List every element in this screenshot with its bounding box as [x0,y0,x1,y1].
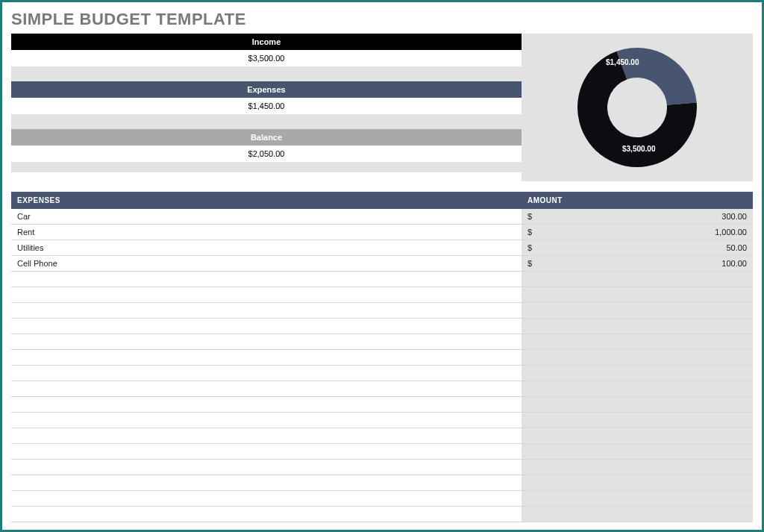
table-row[interactable] [11,272,753,287]
expense-name [11,381,522,396]
expense-name [11,366,522,381]
table-row[interactable] [11,397,753,413]
table-row[interactable] [11,334,753,350]
expense-amount [522,287,753,302]
expense-amount [522,272,753,287]
expense-amount [522,460,753,475]
expense-name [11,350,522,365]
table-row[interactable]: Utilities$50.00 [11,240,753,256]
expense-name [11,303,522,318]
table-row[interactable] [11,287,753,303]
table-row[interactable] [11,303,753,319]
table-header: EXPENSES AMOUNT [11,192,753,209]
expense-name: Car [11,209,522,224]
expenses-value: $1,450.00 [11,98,522,114]
donut-chart: $1,450.00 $3,500.00 [570,40,704,175]
spacer [11,114,522,129]
expense-name [11,272,522,287]
expense-name [11,460,522,475]
table-row[interactable] [11,491,753,507]
expense-name [11,319,522,334]
expense-amount [522,319,753,334]
income-label: Income [11,34,522,50]
expense-amount: $1,000.00 [522,225,753,240]
donut-chart-panel: $1,450.00 $3,500.00 [522,34,753,181]
expense-amount: $100.00 [522,256,753,271]
summary-area: Income $3,500.00 Expenses $1,450.00 Bala… [2,34,762,181]
expense-name [11,491,522,506]
expense-amount: $50.00 [522,240,753,255]
expense-amount [522,397,753,412]
expense-amount [522,381,753,396]
header-amount: AMOUNT [522,192,753,209]
expense-amount [522,303,753,318]
expense-amount [522,413,753,428]
expense-amount [522,475,753,490]
expense-name: Rent [11,225,522,240]
expense-name [11,507,522,522]
table-row[interactable] [11,381,753,397]
expenses-label: Expenses [11,81,522,98]
table-row[interactable] [11,475,753,491]
expense-amount [522,350,753,365]
expense-name: Cell Phone [11,256,522,271]
expense-name [11,413,522,428]
expense-amount [522,507,753,522]
expense-name [11,428,522,443]
summary-column: Income $3,500.00 Expenses $1,450.00 Bala… [11,34,522,181]
expense-name [11,444,522,459]
header-expenses: EXPENSES [11,192,522,209]
expense-amount [522,334,753,349]
table-row[interactable] [11,460,753,475]
table-row[interactable]: Rent$1,000.00 [11,225,753,240]
expense-amount [522,428,753,443]
expense-name: Utilities [11,240,522,255]
table-row[interactable]: Car$300.00 [11,209,753,225]
expense-name [11,334,522,349]
expenses-table: EXPENSES AMOUNT Car$300.00Rent$1,000.00U… [2,181,762,530]
expense-amount [522,366,753,381]
balance-value: $2,050.00 [11,145,522,162]
income-value: $3,500.00 [11,50,522,66]
expense-name [11,287,522,302]
expense-name [11,475,522,490]
spacer [11,66,522,81]
table-row[interactable] [11,413,753,428]
budget-template-frame: SIMPLE BUDGET TEMPLATE Income $3,500.00 … [0,0,764,532]
table-row[interactable] [11,507,753,522]
table-row[interactable] [11,444,753,460]
table-row[interactable] [11,428,753,444]
expense-amount [522,491,753,506]
table-row[interactable] [11,350,753,366]
donut-label-income: $3,500.00 [622,145,656,153]
table-row[interactable] [11,319,753,334]
donut-label-expenses: $1,450.00 [606,58,639,66]
expense-name [11,397,522,412]
expense-amount: $300.00 [522,209,753,224]
table-row[interactable]: Cell Phone$100.00 [11,256,753,272]
spacer [11,162,522,172]
page-title: SIMPLE BUDGET TEMPLATE [2,2,762,34]
table-row[interactable] [11,366,753,381]
expense-amount [522,444,753,459]
table-body: Car$300.00Rent$1,000.00Utilities$50.00Ce… [11,209,753,522]
balance-label: Balance [11,129,522,145]
